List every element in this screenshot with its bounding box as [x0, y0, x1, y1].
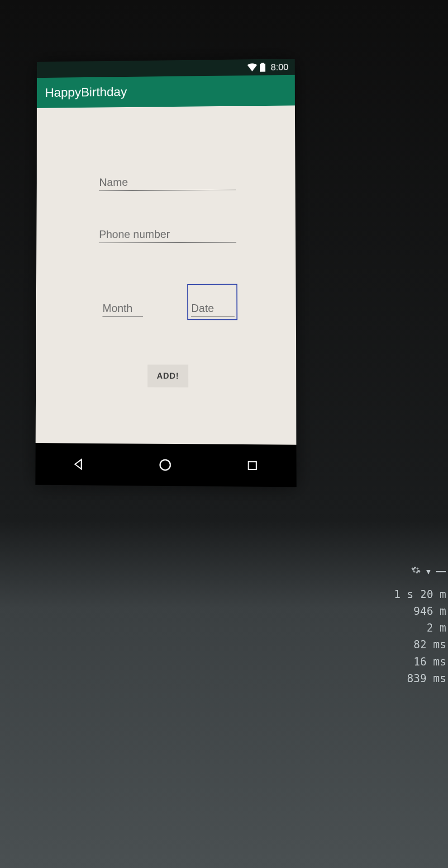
build-log-panel: ▾ 1 s 20 m 946 m 2 m 82 ms 16 ms 839 ms: [365, 563, 448, 687]
status-time: 8:00: [271, 62, 288, 72]
log-line: 946 m: [365, 603, 446, 620]
android-emulator: 8:00 HappyBirthday ADD!: [35, 59, 296, 487]
app-title: HappyBirthday: [45, 85, 127, 100]
home-icon[interactable]: [152, 451, 179, 479]
minimize-icon[interactable]: [436, 571, 446, 572]
android-nav-bar: [35, 443, 296, 487]
log-panel-header: ▾: [365, 563, 446, 580]
back-icon[interactable]: [65, 451, 92, 478]
log-line: 839 ms: [365, 670, 446, 687]
date-field: [187, 284, 238, 320]
svg-rect-0: [260, 64, 265, 72]
log-line: 1 s 20 m: [365, 586, 446, 603]
svg-rect-1: [261, 63, 264, 64]
divider: ▾: [425, 563, 432, 580]
log-line: 16 ms: [365, 654, 446, 670]
date-input[interactable]: [191, 299, 234, 317]
log-line: 2 m: [365, 620, 446, 637]
gear-icon[interactable]: [411, 563, 421, 580]
wifi-icon: [247, 63, 257, 71]
app-bar: HappyBirthday: [37, 75, 295, 108]
phone-field: [99, 225, 236, 243]
svg-point-2: [160, 460, 171, 470]
battery-icon: [260, 63, 265, 72]
log-line: 82 ms: [365, 637, 446, 653]
phone-input[interactable]: [99, 225, 236, 243]
month-field: [102, 299, 143, 317]
svg-rect-3: [248, 462, 257, 470]
name-input[interactable]: [99, 173, 236, 191]
month-input[interactable]: [102, 299, 143, 317]
name-field: [99, 173, 236, 191]
app-body: ADD!: [36, 105, 296, 444]
add-button[interactable]: ADD!: [148, 364, 188, 387]
recents-icon[interactable]: [239, 452, 267, 479]
